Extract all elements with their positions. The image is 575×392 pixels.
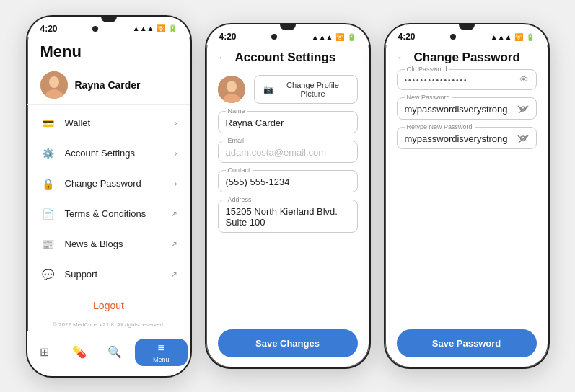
retype-password-value: mypasswordisverystrong <box>405 132 517 144</box>
dot-camera-3 <box>450 34 456 40</box>
name-value: Rayna Carder <box>226 116 350 128</box>
account-settings-label: Account Settings <box>65 148 166 159</box>
menu-item-account-settings[interactable]: ⚙️ Account Settings › <box>27 138 190 169</box>
nav-menu-label: Menu <box>153 356 170 363</box>
retype-password-label: Retype New Password <box>405 123 475 130</box>
email-label: Email <box>226 137 247 144</box>
dot-camera-1 <box>92 26 98 32</box>
lock-icon: 🔒 <box>40 176 56 192</box>
name-label: Name <box>226 107 247 115</box>
avatar-2 <box>218 76 245 103</box>
old-password-field[interactable]: Old Password •••••••••••••••• 👁 <box>397 69 537 90</box>
email-field[interactable]: Email adam.costa@email.com <box>218 141 358 163</box>
contact-label: Contact <box>226 166 253 174</box>
address-value: 15205 North Kierland Blvd. Suite 100 <box>226 205 350 228</box>
bottom-nav: ⊞ 💊 🔍 ≡ Menu <box>27 331 190 376</box>
retype-password-field[interactable]: Retype New Password mypasswordisverystro… <box>397 127 537 149</box>
change-profile-picture-button[interactable]: 📷 Change Profile Picture <box>254 75 358 104</box>
menu-item-support[interactable]: 💬 Support ↗ <box>27 259 190 290</box>
status-time-2: 4:20 <box>219 32 237 42</box>
nav-grid[interactable]: ⊞ <box>27 345 63 359</box>
pill-icon: 💊 <box>72 345 87 359</box>
eye-off-icon-2[interactable] <box>517 133 529 143</box>
status-icons-2: ▲▲▲ 🛜 🔋 <box>312 33 356 41</box>
terms-icon: 📄 <box>40 206 56 222</box>
eye-off-icon-1[interactable] <box>517 103 529 114</box>
menu-items-list: 💳 Wallet › ⚙️ Account Settings › 🔒 Chang… <box>27 105 190 293</box>
menu-title: Menu <box>27 37 190 66</box>
wallet-icon: 💳 <box>40 115 56 131</box>
change-password-label: Change Password <box>65 178 166 189</box>
status-time-1: 4:20 <box>40 24 58 34</box>
address-label: Address <box>226 196 254 203</box>
change-pic-label: Change Profile Picture <box>278 81 348 98</box>
profile-pic-section: 📷 Change Profile Picture <box>206 69 369 111</box>
wallet-label: Wallet <box>65 117 166 128</box>
settings-arrow: › <box>175 148 177 159</box>
new-password-value: mypasswordisverystrong <box>405 102 517 115</box>
change-password-title: Change Password <box>414 50 520 65</box>
menu-icon: ≡ <box>158 342 164 355</box>
old-password-row: •••••••••••••••• 👁 <box>405 74 529 85</box>
status-icons-1: ▲▲▲ 🛜 🔋 <box>133 24 177 32</box>
status-time-3: 4:20 <box>398 32 416 42</box>
phone-menu: 4:20 ▲▲▲ 🛜 🔋 Menu Rayna Carder <box>26 15 192 378</box>
terms-arrow: ↗ <box>170 209 177 219</box>
user-name: Rayna Carder <box>75 79 141 91</box>
phone-account-settings: 4:20 ▲▲▲ 🛜 🔋 ← Account Settings <box>205 23 371 369</box>
account-settings-header: ← Account Settings <box>206 45 369 69</box>
news-icon: 📰 <box>40 236 56 252</box>
nav-search[interactable]: 🔍 <box>97 345 133 359</box>
new-password-field[interactable]: New Password mypasswordisverystrong <box>397 97 537 120</box>
menu-item-news[interactable]: 📰 News & Blogs ↗ <box>27 229 190 259</box>
support-arrow: ↗ <box>170 270 177 280</box>
search-icon: 🔍 <box>107 345 122 359</box>
phone-change-password: 4:20 ▲▲▲ 🛜 🔋 ← Change Password Old Passw… <box>384 23 550 369</box>
address-field[interactable]: Address 15205 North Kierland Blvd. Suite… <box>218 200 358 233</box>
account-settings-title: Account Settings <box>235 50 336 65</box>
svg-point-7 <box>228 83 235 91</box>
password-arrow: › <box>175 179 177 189</box>
camera-icon: 📷 <box>263 85 273 94</box>
terms-label: Terms & Conditions <box>65 208 162 219</box>
name-field[interactable]: Name Rayna Carder <box>218 111 358 133</box>
wallet-arrow: › <box>175 118 177 128</box>
old-password-value: •••••••••••••••• <box>405 75 519 84</box>
grid-icon: ⊞ <box>40 345 49 359</box>
new-password-label: New Password <box>405 94 452 101</box>
avatar <box>40 71 68 99</box>
news-arrow: ↗ <box>170 239 177 249</box>
eye-open-icon[interactable]: 👁 <box>519 74 529 85</box>
contact-value: (555) 555-1234 <box>226 175 350 187</box>
menu-content: Menu Rayna Carder 💳 Wallet › <box>27 37 190 376</box>
menu-item-terms[interactable]: 📄 Terms & Conditions ↗ <box>27 199 190 229</box>
support-label: Support <box>65 269 162 280</box>
user-row: Rayna Carder <box>27 66 190 105</box>
new-password-row: mypasswordisverystrong <box>405 102 529 115</box>
dot-camera-2 <box>271 34 277 40</box>
logout-button[interactable]: Logout <box>27 293 190 318</box>
footer-copyright: © 2022 MedCure. v21.8. All rights reserv… <box>27 318 190 331</box>
support-icon: 💬 <box>40 267 56 282</box>
news-label: News & Blogs <box>65 239 162 249</box>
contact-field[interactable]: Contact (555) 555-1234 <box>218 170 358 192</box>
menu-item-change-password[interactable]: 🔒 Change Password › <box>27 169 190 199</box>
svg-point-3 <box>51 78 58 86</box>
email-value: adam.costa@email.com <box>226 146 350 158</box>
settings-icon: ⚙️ <box>40 146 56 161</box>
old-password-label: Old Password <box>405 66 449 73</box>
save-changes-button[interactable]: Save Changes <box>218 329 358 357</box>
back-button-3[interactable]: ← <box>397 51 408 64</box>
back-button-2[interactable]: ← <box>218 51 229 64</box>
nav-menu[interactable]: ≡ Menu <box>135 339 188 366</box>
save-password-button[interactable]: Save Password <box>397 329 537 357</box>
menu-item-wallet[interactable]: 💳 Wallet › <box>27 108 190 138</box>
retype-password-row: mypasswordisverystrong <box>405 132 529 144</box>
nav-pill[interactable]: 💊 <box>62 345 97 359</box>
status-icons-3: ▲▲▲ 🛜 🔋 <box>491 33 535 41</box>
